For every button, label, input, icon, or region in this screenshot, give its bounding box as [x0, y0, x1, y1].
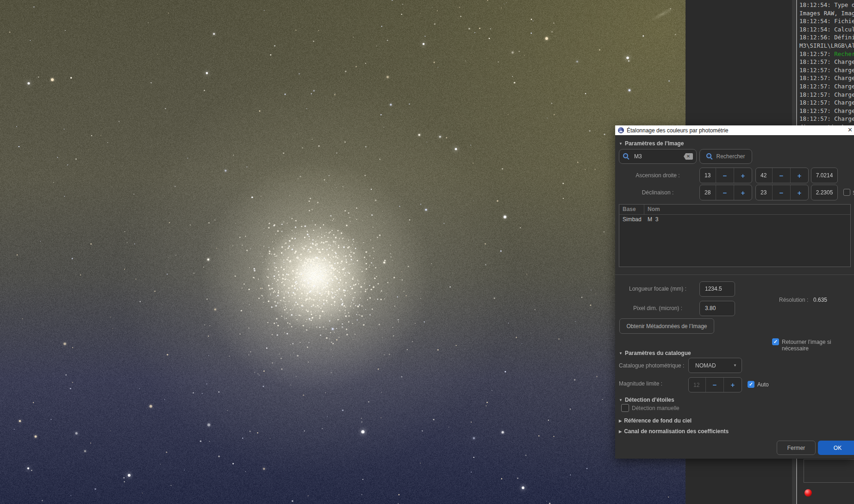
- log-line: 18:12:54: Fichie: [799, 17, 854, 25]
- dec-degrees-value[interactable]: 28: [700, 185, 716, 200]
- ra-label: Ascension droite :: [619, 168, 697, 183]
- status-box: [804, 459, 854, 483]
- image-params-header[interactable]: ▼Paramètres de l’Image: [619, 140, 684, 147]
- flip-image-label: Retourner l’image si nécessaire: [782, 339, 854, 352]
- expander-open-icon: ▼: [619, 142, 623, 146]
- dec-label: Déclinaison :: [619, 185, 697, 200]
- auto-magnitude-checkbox[interactable]: ✓: [748, 381, 754, 388]
- astro-image-canvas: [0, 0, 686, 504]
- background-reference-header[interactable]: ▶Référence de fond du ciel: [619, 417, 692, 424]
- resolution-value: 0.635: [813, 297, 827, 303]
- search-icon: [706, 153, 713, 160]
- dialog-titlebar[interactable]: Étalonnage des couleurs par photométrie …: [615, 125, 854, 135]
- column-header-base[interactable]: Base: [619, 205, 644, 214]
- dec-minutes-value[interactable]: 23: [756, 185, 772, 200]
- search-icon: [623, 153, 630, 160]
- cell-nom: M 3: [644, 215, 658, 224]
- cell-base: Simbad: [619, 215, 644, 224]
- focal-length-label: Longueur focale (mm) :: [619, 281, 697, 297]
- magnitude-label: Magnitude limite :: [619, 380, 662, 387]
- expander-open-icon: ▼: [619, 398, 623, 402]
- ra-seconds-field[interactable]: 7.0214: [811, 168, 838, 183]
- magnitude-value[interactable]: 12: [689, 378, 705, 392]
- dec-seconds-field[interactable]: 2.2305: [811, 185, 838, 200]
- resolution-label: Résolution :: [779, 297, 808, 303]
- ra-minutes-increment-button[interactable]: +: [790, 168, 808, 183]
- log-line: 18:12:57: Charge: [799, 91, 854, 99]
- log-lines: 18:12:54: Type dImages RAW, Imag18:12:54…: [799, 1, 854, 131]
- get-metadata-button[interactable]: Obtenir Métadonnées de l’Image: [619, 318, 714, 334]
- dec-minutes-increment-button[interactable]: +: [790, 185, 808, 200]
- table-row[interactable]: Simbad M 3: [619, 215, 850, 224]
- ra-hours-increment-button[interactable]: +: [734, 168, 752, 183]
- status-led-icon: [804, 489, 812, 497]
- close-icon[interactable]: ✕: [847, 126, 854, 134]
- log-line: 18:12:57: Charge: [799, 58, 854, 66]
- catalogue-label: Catalogue photométrique :: [619, 362, 684, 369]
- normalisation-channel-header[interactable]: ▶Canal de normalisation des coefficients: [619, 428, 729, 435]
- pcc-dialog: Étalonnage des couleurs par photométrie …: [615, 125, 854, 459]
- astro-image-view[interactable]: [0, 0, 686, 504]
- expander-open-icon: ▼: [619, 351, 623, 355]
- log-line: 18:12:54: Calcul: [799, 25, 854, 34]
- object-search-field[interactable]: ✕: [619, 149, 697, 164]
- search-button[interactable]: Rechercher: [699, 149, 752, 164]
- dec-degrees-decrement-button[interactable]: −: [716, 185, 734, 200]
- log-line: 18:12:57: Charge: [799, 82, 854, 91]
- manual-detection-label: Détection manuelle: [632, 405, 679, 411]
- log-line: Images RAW, Imag: [799, 9, 854, 18]
- separator: [615, 274, 854, 275]
- log-line: 18:12:54: Type d: [799, 1, 854, 9]
- log-line: 18:12:57: Charge: [799, 66, 854, 75]
- pixel-size-label: Pixel dim. (micron) :: [619, 301, 697, 316]
- siril-app-window: 18:12:54: Type dImages RAW, Imag18:12:54…: [0, 0, 854, 504]
- ok-button[interactable]: OK: [818, 441, 854, 455]
- check-icon: ✓: [749, 382, 753, 387]
- dec-degrees-spinner: 28 − +: [699, 185, 752, 200]
- ra-hours-spinner: 13 − +: [699, 168, 752, 183]
- ra-minutes-value[interactable]: 42: [756, 168, 772, 183]
- dec-minutes-decrement-button[interactable]: −: [772, 185, 790, 200]
- check-icon: ✓: [773, 339, 778, 344]
- log-line: 18:12:57: Charge: [799, 99, 854, 107]
- close-dialog-button[interactable]: Fermer: [777, 441, 816, 455]
- ra-minutes-spinner: 42 − +: [755, 168, 809, 183]
- south-checkbox[interactable]: ✓: [843, 189, 850, 196]
- object-results-table[interactable]: Base Nom Simbad M 3: [619, 204, 851, 267]
- log-line: 18:12:56: Défini: [799, 33, 854, 42]
- flip-image-checkbox[interactable]: ✓: [772, 338, 779, 345]
- table-header: Base Nom: [619, 205, 850, 215]
- magnitude-spinner: 12 − +: [688, 377, 742, 392]
- log-line: M3\SIRIL\LRGB\Al: [799, 42, 854, 50]
- ra-minutes-decrement-button[interactable]: −: [772, 168, 790, 183]
- column-header-nom[interactable]: Nom: [644, 205, 660, 214]
- siril-app-icon: [618, 127, 624, 133]
- star-detection-header[interactable]: ▼Détection d’étoiles: [619, 397, 674, 403]
- log-line: 18:12:57: Charge: [799, 74, 854, 82]
- manual-detection-checkbox[interactable]: ✓: [621, 404, 629, 412]
- focal-length-field[interactable]: 1234.5: [699, 281, 735, 297]
- log-line: 18:12:57: Charge: [799, 115, 854, 123]
- search-input[interactable]: [633, 153, 684, 160]
- expander-closed-icon: ▶: [619, 419, 622, 423]
- catalogue-params-header[interactable]: ▼Paramètres du catalogue: [619, 350, 691, 356]
- dec-degrees-increment-button[interactable]: +: [734, 185, 752, 200]
- dialog-title: Étalonnage des couleurs par photométrie: [627, 127, 728, 134]
- ra-hours-decrement-button[interactable]: −: [716, 168, 734, 183]
- catalogue-selected-value: NOMAD: [689, 362, 733, 369]
- dec-minutes-spinner: 23 − +: [755, 185, 809, 200]
- pixel-size-field[interactable]: 3.80: [699, 301, 735, 316]
- magnitude-increment-button[interactable]: +: [723, 378, 742, 392]
- magnitude-decrement-button[interactable]: −: [705, 378, 723, 392]
- log-line: 18:12:57: Recher: [799, 50, 854, 58]
- auto-magnitude-label: Auto: [757, 381, 769, 388]
- clear-input-icon[interactable]: ✕: [684, 153, 693, 160]
- expander-closed-icon: ▶: [619, 429, 622, 434]
- ra-hours-value[interactable]: 13: [700, 168, 716, 183]
- chevron-down-icon: ▼: [733, 363, 737, 367]
- catalogue-dropdown[interactable]: NOMAD ▼: [688, 358, 742, 373]
- log-line: 18:12:57: Charge: [799, 107, 854, 115]
